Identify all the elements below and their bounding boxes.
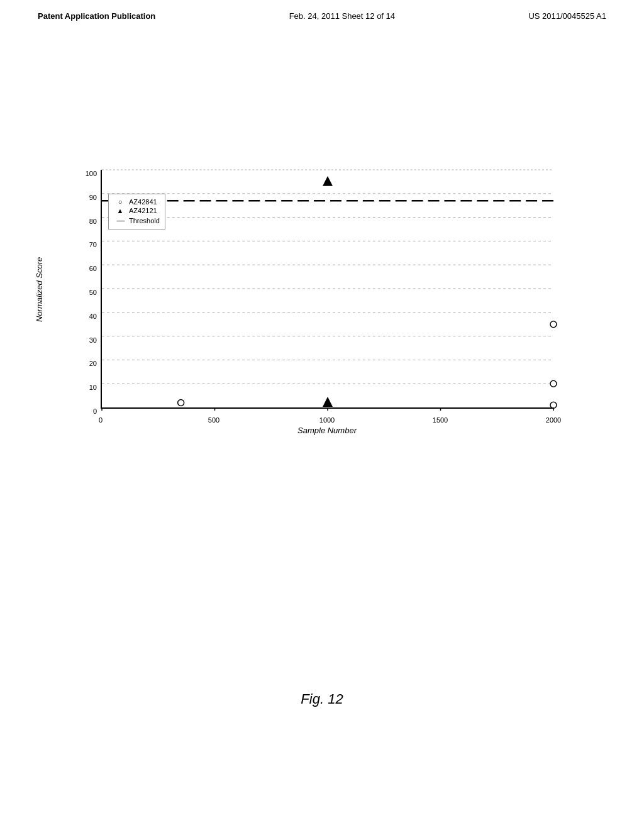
y-tick-20: 20 bbox=[89, 360, 97, 367]
y-tick-70: 70 bbox=[89, 241, 97, 248]
x-tick-0: 0 bbox=[99, 416, 103, 424]
publisher-label: Patent Application Publication bbox=[38, 11, 155, 21]
x-axis-label: Sample Number bbox=[101, 426, 553, 435]
y-tick-30: 30 bbox=[89, 336, 97, 344]
y-axis-label: Normalized Score bbox=[35, 170, 44, 409]
x-tick-500: 500 bbox=[208, 416, 219, 424]
patent-number: US 2011/0045525 A1 bbox=[528, 11, 606, 21]
legend-triangle-icon: ▲ bbox=[114, 207, 126, 214]
y-tick-0: 0 bbox=[93, 407, 97, 415]
x-tick-1500: 1500 bbox=[433, 416, 448, 424]
figure-caption: Fig. 12 bbox=[0, 691, 644, 707]
svg-marker-20 bbox=[323, 176, 333, 186]
legend-label-az42841: AZ42841 bbox=[129, 198, 157, 206]
chart-area: 0 10 20 30 40 50 60 70 80 90 100 ○ AZ428… bbox=[101, 170, 553, 409]
svg-point-19 bbox=[550, 402, 557, 408]
chart-legend: ○ AZ42841 ▲ AZ42121 — Threshold bbox=[108, 194, 165, 230]
svg-point-17 bbox=[550, 321, 557, 328]
y-tick-90: 90 bbox=[89, 194, 97, 201]
publication-date: Feb. 24, 2011 Sheet 12 of 14 bbox=[289, 11, 395, 21]
svg-marker-21 bbox=[323, 397, 333, 407]
legend-circle-icon: ○ bbox=[114, 198, 126, 206]
page-header: Patent Application Publication Feb. 24, … bbox=[0, 0, 644, 21]
legend-label-az42121: AZ42121 bbox=[129, 207, 157, 214]
chart-svg bbox=[102, 170, 553, 407]
legend-item-az42121: ▲ AZ42121 bbox=[114, 207, 160, 214]
y-tick-60: 60 bbox=[89, 265, 97, 272]
x-tick-1000: 1000 bbox=[319, 416, 335, 424]
y-tick-80: 80 bbox=[89, 218, 97, 225]
svg-point-16 bbox=[178, 399, 184, 406]
legend-item-threshold: — Threshold bbox=[114, 216, 160, 225]
x-tick-2000: 2000 bbox=[546, 416, 561, 424]
y-tick-50: 50 bbox=[89, 289, 97, 296]
chart-container: Normalized Score bbox=[63, 170, 553, 440]
legend-item-az42841: ○ AZ42841 bbox=[114, 198, 160, 206]
legend-label-threshold: Threshold bbox=[129, 217, 160, 224]
y-tick-100: 100 bbox=[86, 170, 97, 177]
y-tick-10: 10 bbox=[89, 384, 97, 391]
y-tick-40: 40 bbox=[89, 313, 97, 320]
legend-dash-icon: — bbox=[114, 216, 126, 225]
